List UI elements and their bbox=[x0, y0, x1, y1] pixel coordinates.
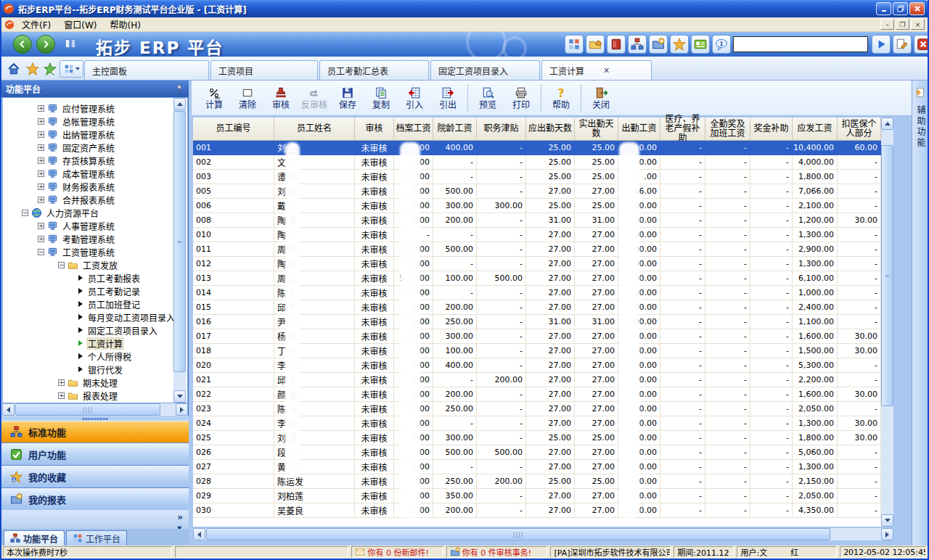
cell-medical_pension_maternity[interactable]: - bbox=[660, 184, 705, 199]
cell-medical_deduction[interactable]: - bbox=[838, 257, 881, 271]
cell-seniority_wage[interactable]: 250.00 bbox=[433, 474, 477, 489]
doc-tab-3[interactable]: 固定工资项目录入 bbox=[430, 60, 540, 80]
cell-medical_pension_maternity[interactable]: - bbox=[660, 242, 705, 257]
cell-actual_days[interactable]: 25.00 bbox=[575, 155, 618, 170]
tree-expander-icon[interactable]: + bbox=[58, 379, 65, 386]
cell-payable[interactable]: 1,600.00 bbox=[793, 329, 838, 344]
cell-bonus[interactable]: - bbox=[750, 242, 793, 257]
cell-actual_days[interactable]: 27.00 bbox=[575, 387, 618, 402]
cell-seniority_wage[interactable]: 500.00 bbox=[433, 242, 477, 257]
doc-tab-1[interactable]: 工资项目 bbox=[210, 60, 318, 80]
cell-seniority_wage[interactable]: 100.00 bbox=[433, 271, 477, 286]
cell-due_days[interactable]: 25.00 bbox=[526, 170, 575, 184]
cell-medical_deduction[interactable]: - bbox=[838, 155, 881, 170]
cell-audit[interactable]: 未审核 bbox=[355, 257, 394, 271]
cell-audit[interactable]: 未审核 bbox=[355, 373, 394, 387]
cell-bonus[interactable]: - bbox=[750, 358, 793, 373]
cell-id[interactable]: 026 bbox=[193, 445, 274, 460]
tree-item-10[interactable]: +考勤管理系统 bbox=[3, 232, 187, 245]
doc-tab-2[interactable]: 员工考勤汇总表 bbox=[319, 60, 429, 80]
folder-plus-button[interactable] bbox=[649, 35, 668, 54]
cell-medical_deduction[interactable]: - bbox=[838, 373, 881, 387]
cell-audit[interactable]: 未审核 bbox=[355, 286, 394, 300]
cell-medical_deduction[interactable]: - bbox=[838, 271, 881, 286]
cell-audit[interactable]: 未审核 bbox=[355, 474, 394, 489]
cell-seniority_wage[interactable]: 250.00 bbox=[433, 402, 477, 416]
tree-scrollbar[interactable]: ≡ bbox=[173, 98, 186, 403]
cell-bonus[interactable]: - bbox=[750, 257, 793, 271]
cell-payable[interactable]: 4,000.00 bbox=[793, 155, 838, 170]
favorite-star-icon[interactable] bbox=[25, 61, 41, 77]
cell-medical_deduction[interactable]: - bbox=[838, 184, 881, 199]
cell-bonus[interactable]: - bbox=[750, 170, 793, 184]
cell-actual_days[interactable]: 27.00 bbox=[575, 242, 618, 257]
star-gold-button[interactable] bbox=[670, 35, 689, 54]
tree-item-21[interactable]: +期末处理 bbox=[3, 376, 187, 389]
cell-full_attendance_overtime[interactable]: - bbox=[705, 329, 750, 344]
cell-full_attendance_overtime[interactable]: - bbox=[705, 358, 750, 373]
tree-item-1[interactable]: +总帐管理系统 bbox=[3, 115, 187, 128]
table-vscrollbar[interactable]: ≡ bbox=[881, 118, 893, 527]
cell-payable[interactable]: 1,800.00 bbox=[793, 170, 838, 184]
cell-medical_pension_maternity[interactable]: - bbox=[660, 170, 705, 184]
menu-help[interactable]: 帮助(H) bbox=[105, 17, 147, 32]
cell-duty_allowance[interactable]: 500.00 bbox=[477, 271, 526, 286]
cell-full_attendance_overtime[interactable]: - bbox=[705, 460, 750, 474]
cell-payable[interactable]: 6,100.00 bbox=[793, 271, 838, 286]
cell-due_days[interactable]: 27.00 bbox=[526, 358, 575, 373]
cell-due_days[interactable]: 27.00 bbox=[526, 416, 575, 431]
cell-id[interactable]: 005 bbox=[193, 184, 274, 199]
cell-due_days[interactable]: 27.00 bbox=[526, 373, 575, 387]
cell-actual_days[interactable]: 27.00 bbox=[575, 445, 618, 460]
tree-expander-icon[interactable]: + bbox=[38, 236, 44, 242]
bubble-1-button[interactable]: 1 bbox=[712, 35, 731, 54]
cell-due_days[interactable]: 27.00 bbox=[526, 445, 575, 460]
cell-medical_pension_maternity[interactable]: - bbox=[660, 489, 705, 503]
cell-payable[interactable]: 5,060.00 bbox=[793, 445, 838, 460]
cell-medical_deduction[interactable]: - bbox=[838, 460, 881, 474]
tree-expander-icon[interactable]: + bbox=[38, 144, 44, 151]
cell-bonus[interactable]: - bbox=[750, 286, 793, 300]
cell-audit[interactable]: 未审核 bbox=[355, 344, 394, 358]
cell-id[interactable]: 023 bbox=[193, 402, 274, 416]
cell-id[interactable]: 006 bbox=[193, 199, 274, 213]
cell-medical_pension_maternity[interactable]: - bbox=[660, 503, 705, 518]
cell-medical_pension_maternity[interactable]: - bbox=[660, 474, 705, 489]
mdi-minimize-button[interactable]: – bbox=[880, 19, 894, 30]
cell-actual_days[interactable]: 25.00 bbox=[575, 141, 618, 155]
cell-audit[interactable]: 未审核 bbox=[355, 170, 394, 184]
cell-seniority_wage[interactable]: 250.00 bbox=[433, 315, 477, 329]
cell-medical_pension_maternity[interactable]: - bbox=[660, 445, 705, 460]
cell-medical_pension_maternity[interactable]: - bbox=[660, 213, 705, 228]
cell-id[interactable]: 014 bbox=[193, 286, 274, 300]
auxiliary-strip[interactable]: 辅助功能 bbox=[912, 81, 928, 545]
cell-medical_pension_maternity[interactable]: - bbox=[660, 141, 705, 155]
cell-audit[interactable]: 未审核 bbox=[355, 213, 394, 228]
cell-medical_pension_maternity[interactable]: - bbox=[660, 300, 705, 315]
tree-item-11[interactable]: −工资管理系统 bbox=[3, 245, 187, 258]
cell-full_attendance_overtime[interactable]: - bbox=[705, 213, 750, 228]
cell-payable[interactable]: 2,400.00 bbox=[793, 300, 838, 315]
tree-expander-icon[interactable]: − bbox=[58, 262, 65, 268]
cell-audit[interactable]: 未审核 bbox=[355, 358, 394, 373]
cell-bonus[interactable]: - bbox=[750, 141, 793, 155]
cell-full_attendance_overtime[interactable]: - bbox=[705, 474, 750, 489]
cell-medical_pension_maternity[interactable]: - bbox=[660, 271, 705, 286]
cell-due_days[interactable]: 27.00 bbox=[526, 300, 575, 315]
table-hscroll-thumb[interactable]: |||| bbox=[206, 528, 830, 540]
column-header-payable[interactable]: 应发工资 bbox=[793, 118, 838, 141]
run-button[interactable] bbox=[872, 35, 891, 54]
tree-item-15[interactable]: 员工加班登记 bbox=[3, 297, 187, 310]
cell-payable[interactable]: 1,100.00 bbox=[793, 315, 838, 329]
print-button[interactable]: 打印 bbox=[504, 83, 538, 113]
cell-seniority_wage[interactable]: 200.00 bbox=[433, 300, 477, 315]
cell-audit[interactable]: 未审核 bbox=[355, 155, 394, 170]
cell-actual_days[interactable]: 27.00 bbox=[575, 373, 618, 387]
cell-payable[interactable]: 10,400.00 bbox=[793, 141, 838, 155]
table-scroll-down-button[interactable] bbox=[881, 514, 893, 527]
cell-bonus[interactable]: - bbox=[750, 431, 793, 445]
cell-due_days[interactable]: 31.00 bbox=[526, 213, 575, 228]
cell-duty_allowance[interactable]: 300.00 bbox=[477, 199, 526, 213]
cell-medical_deduction[interactable]: 30.00 bbox=[838, 431, 881, 445]
tree-item-6[interactable]: +财务报表系统 bbox=[3, 180, 187, 193]
